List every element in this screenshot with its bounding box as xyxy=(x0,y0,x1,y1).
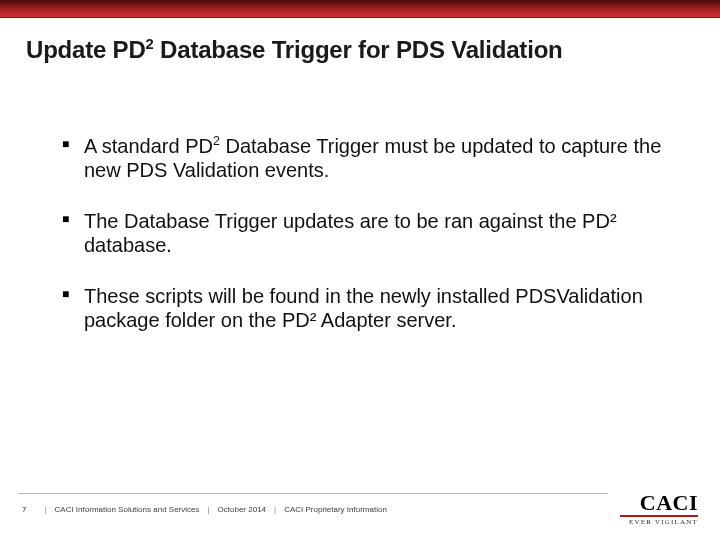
page-number: 7 xyxy=(22,505,26,514)
bullet-item: The Database Trigger updates are to be r… xyxy=(62,209,680,258)
logo-rule xyxy=(620,515,698,517)
bullet-item: These scripts will be found in the newly… xyxy=(62,284,680,333)
footer: 7 | CACI Information Solutions and Servi… xyxy=(22,494,700,524)
slide-title: Update PD2 Database Trigger for PDS Vali… xyxy=(26,36,563,64)
slide-body: A standard PD2 Database Trigger must be … xyxy=(62,134,680,358)
footer-separator: | xyxy=(44,505,46,514)
footer-notice: CACI Proprietary Information xyxy=(284,505,387,514)
company-logo: CACI EVER VIGILANT xyxy=(620,492,698,526)
footer-separator: | xyxy=(208,505,210,514)
brand-bar xyxy=(0,0,720,18)
footer-separator: | xyxy=(274,505,276,514)
logo-text: CACI xyxy=(620,492,698,514)
bullet-item: A standard PD2 Database Trigger must be … xyxy=(62,134,680,183)
footer-date: October 2014 xyxy=(218,505,266,514)
slide: Update PD2 Database Trigger for PDS Vali… xyxy=(0,0,720,540)
footer-org: CACI Information Solutions and Services xyxy=(55,505,200,514)
logo-tagline: EVER VIGILANT xyxy=(620,518,698,526)
